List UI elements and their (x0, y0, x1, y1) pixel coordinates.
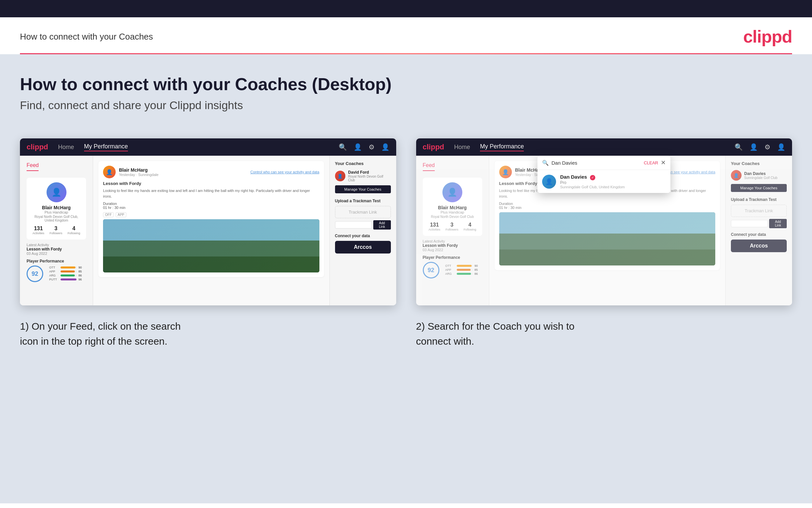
footer: Copyright Clippd 2022 (0, 503, 812, 508)
page-title: How to connect with your Coaches (20, 32, 153, 42)
lesson-title: Lesson with Fordy (103, 181, 320, 186)
quality-score: 92 (27, 265, 43, 282)
feed-panel: 👤 Blair McHarg Yesterday · Sunningdale C… (93, 156, 330, 305)
profile-avatar: 👤 (47, 182, 66, 202)
lesson-card: 👤 Blair McHarg Yesterday · Sunningdale C… (98, 161, 324, 277)
stat-activities: 131 Activities (33, 225, 45, 235)
settings-icon[interactable]: ⚙ (369, 143, 375, 151)
lesson-duration: Duration 01 hr : 30 min (103, 202, 320, 210)
result-avatar: 👤 (542, 175, 556, 188)
trackman-input-right[interactable] (731, 220, 768, 227)
screenshot-frame-right: clippd Home My Performance 🔍 👤 ⚙ 👤 🔍 Dan… (416, 138, 793, 305)
search-query[interactable]: Dan Davies (552, 160, 641, 166)
app-nav: clippd Home My Performance 🔍 👤 ⚙ 👤 (20, 138, 396, 156)
top-bar (0, 0, 812, 17)
screenshot-frame-left: clippd Home My Performance 🔍 👤 ⚙ 👤 Feed (20, 138, 396, 305)
profile-handicap: Plus Handicap (30, 210, 83, 214)
profile-stats: 131 Activities 3 Followers 4 Following (30, 225, 83, 235)
nav-icons-right: 🔍 👤 ⚙ 👤 (734, 143, 785, 151)
feed-tab-right: Feed (423, 162, 435, 171)
coach-entry: 👤 David Ford Royal North Devon Golf Club (335, 170, 391, 182)
screenshots-row: clippd Home My Performance 🔍 👤 ⚙ 👤 Feed (20, 138, 792, 349)
arccos-btn-right[interactable]: Arccos (731, 240, 787, 252)
add-link-btn-right[interactable]: Add Link (769, 219, 787, 228)
nav-home-right[interactable]: Home (454, 144, 470, 151)
profile-icon-right[interactable]: 👤 (750, 143, 758, 151)
feed-tab[interactable]: Feed (27, 162, 39, 171)
golf-scene (103, 219, 320, 272)
latest-activity: Latest Activity Lesson with Fordy 03 Aug… (27, 243, 86, 255)
perf-bars: OTT 90 APP 85 (49, 266, 82, 282)
trackman-section: Upload a Trackman Test Trackman Link Add… (335, 199, 391, 229)
search-input-row: 🔍 Dan Davies CLEAR ✕ (537, 156, 670, 170)
lesson-coach-row: 👤 Blair McHarg Yesterday · Sunningdale C… (103, 166, 320, 178)
header: How to connect with your Coaches clippd (0, 17, 812, 53)
stat-following: 4 Following (67, 225, 80, 235)
avatar-icon-right[interactable]: 👤 (777, 143, 785, 151)
profile-icon[interactable]: 👤 (354, 143, 362, 151)
caption-1: 1) On your Feed, click on the searchicon… (20, 319, 396, 349)
search-icon-right[interactable]: 🔍 (734, 143, 743, 151)
trackman-input-row: Add Link (335, 220, 391, 229)
bar-arg: ARG 86 (49, 274, 82, 277)
trackman-placeholder: Trackman Link (335, 206, 391, 218)
left-sidebar-right: Feed 👤 Blair McHarg Plus Handicap Royal … (416, 156, 489, 305)
result-info: Dan Davies ✓ Pro Sunningdale Golf Club, … (560, 174, 625, 189)
nav-logo-right: clippd (423, 143, 444, 152)
coach-avatar: 👤 (103, 166, 116, 178)
lesson-tags: OFF APP (103, 212, 320, 217)
player-performance: Player Performance 92 OTT 90 (27, 259, 86, 282)
caption-2: 2) Search for the Coach you wish toconne… (416, 319, 793, 349)
hero-subheading: Find, connect and share your Clippd insi… (20, 99, 792, 112)
avatar-icon[interactable]: 👤 (381, 143, 389, 151)
control-link[interactable]: Control who can see your activity and da… (250, 170, 319, 174)
nav-my-performance[interactable]: My Performance (84, 143, 128, 152)
right-panel-right: Your Coaches 👤 Dan Davies Sunningdale Go… (726, 156, 792, 305)
profile-avatar-right: 👤 (442, 182, 462, 202)
manage-coaches-btn-right[interactable]: Manage Your Coaches (731, 184, 787, 192)
coach-entry-info: David Ford Royal North Devon Golf Club (348, 170, 390, 182)
app-nav-right: clippd Home My Performance 🔍 👤 ⚙ 👤 (416, 138, 793, 156)
lesson-video (103, 219, 320, 272)
search-result-item[interactable]: 👤 Dan Davies ✓ Pro Sunningdale Golf Club… (537, 170, 670, 193)
coach-info: Blair McHarg Yesterday · Sunningdale (119, 167, 158, 177)
arccos-btn[interactable]: Arccos (335, 241, 391, 254)
settings-icon-right[interactable]: ⚙ (764, 143, 770, 151)
lesson-video-right (499, 212, 716, 265)
right-panel: Your Coaches 👤 David Ford Royal North De… (330, 156, 396, 305)
trackman-link-input[interactable] (335, 221, 372, 228)
clippd-logo: clippd (743, 27, 792, 47)
add-link-btn[interactable]: Add Link (373, 220, 391, 229)
search-icon-overlay: 🔍 (542, 160, 549, 166)
bar-putt: PUTT 96 (49, 278, 82, 281)
left-sidebar: Feed 👤 Blair McHarg Plus Handicap Royal … (20, 156, 93, 305)
nav-logo: clippd (27, 143, 48, 152)
bar-app: APP 85 (49, 270, 82, 273)
search-icon[interactable]: 🔍 (339, 143, 347, 151)
bar-ott: OTT 90 (49, 266, 82, 269)
manage-coaches-btn[interactable]: Manage Your Coaches (335, 185, 391, 193)
lesson-desc: Looking to feel like my hands are exitin… (103, 188, 320, 199)
close-search-btn[interactable]: ✕ (661, 159, 666, 166)
search-overlay: 🔍 Dan Davies CLEAR ✕ 👤 Dan Davies ✓ Pro (537, 156, 670, 193)
profile-name: Blair McHarg (30, 205, 83, 210)
nav-icons: 🔍 👤 ⚙ 👤 (339, 143, 389, 151)
connect-data-title: Connect your data (335, 234, 391, 238)
nav-home[interactable]: Home (58, 144, 74, 151)
profile-card: 👤 Blair McHarg Plus Handicap Royal North… (27, 178, 86, 240)
result-name-row: Dan Davies ✓ (560, 174, 625, 180)
app-body: Feed 👤 Blair McHarg Plus Handicap Royal … (20, 156, 396, 305)
nav-my-performance-right[interactable]: My Performance (480, 143, 524, 152)
hero-heading: How to connect with your Coaches (Deskto… (20, 74, 792, 94)
coach-entry-avatar: 👤 (335, 171, 346, 181)
screenshot-col-right: clippd Home My Performance 🔍 👤 ⚙ 👤 🔍 Dan… (416, 138, 793, 349)
screenshot-col-left: clippd Home My Performance 🔍 👤 ⚙ 👤 Feed (20, 138, 396, 349)
clear-btn[interactable]: CLEAR (644, 160, 658, 165)
main-content: How to connect with your Coaches (Deskto… (0, 54, 812, 503)
coaches-title: Your Coaches (335, 161, 391, 166)
profile-club: Royal North Devon Golf Club, United King… (30, 215, 83, 222)
stat-followers: 3 Followers (50, 225, 62, 235)
profile-card-right: 👤 Blair McHarg Plus Handicap Royal North… (423, 178, 482, 236)
